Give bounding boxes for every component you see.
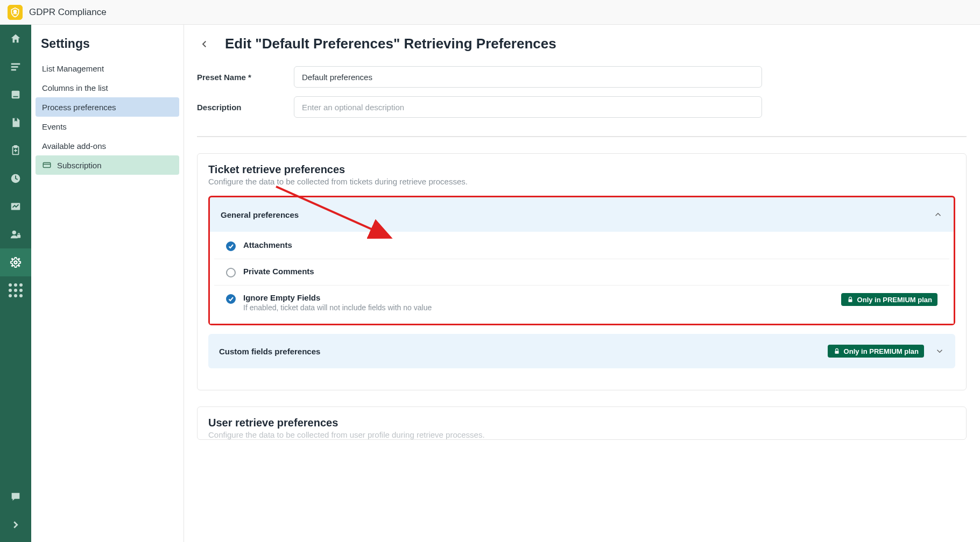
rail-card-icon[interactable] <box>0 81 31 109</box>
sidebar-item-process-preferences[interactable]: Process preferences <box>36 97 179 117</box>
option-label: Attachments <box>243 240 292 249</box>
svg-rect-2 <box>11 66 18 68</box>
svg-rect-7 <box>14 146 17 148</box>
main-content: Edit "Default Preferences" Retrieving Pr… <box>184 25 980 542</box>
checkbox-attachments[interactable] <box>226 241 236 251</box>
premium-badge: Only in PREMIUM plan <box>841 293 937 306</box>
custom-fields-header[interactable]: Custom fields preferences Only in PREMIU… <box>208 334 955 368</box>
rail-gear-icon[interactable] <box>0 248 31 276</box>
lock-icon <box>833 347 841 355</box>
ticket-panel-title: Ticket retrieve preferences <box>208 163 955 176</box>
rail-book-icon[interactable] <box>0 109 31 137</box>
rail-clock-icon[interactable] <box>0 165 31 192</box>
page-title: Edit "Default Preferences" Retrieving Pr… <box>225 35 556 52</box>
sidebar-item-subscription[interactable]: Subscription <box>36 155 179 175</box>
ticket-panel-desc: Configure the data to be collected from … <box>208 177 955 186</box>
premium-label: Only in PREMIUM plan <box>857 296 932 304</box>
svg-rect-4 <box>12 91 20 99</box>
user-retrieve-panel: User retrieve preferences Configure the … <box>197 406 967 440</box>
option-sublabel: If enabled, ticket data will not include… <box>243 303 432 312</box>
lock-icon <box>847 296 854 303</box>
rail-user-lock-icon[interactable] <box>0 220 31 248</box>
rail-clipboard-icon[interactable] <box>0 137 31 165</box>
preset-name-input[interactable] <box>294 66 762 88</box>
svg-rect-3 <box>11 69 16 71</box>
divider <box>197 136 967 137</box>
preset-name-label: Preset Name * <box>197 73 294 82</box>
general-preferences-accordion: General preferences Attachments <box>208 196 955 325</box>
sidebar-item-label: Events <box>42 122 67 131</box>
back-button[interactable] <box>197 37 212 52</box>
sidebar-item-columns[interactable]: Columns in the list <box>36 78 179 97</box>
premium-badge: Only in PREMIUM plan <box>828 345 924 358</box>
rail-list-icon[interactable] <box>0 53 31 81</box>
option-label: Private Comments <box>243 267 314 276</box>
checkbox-ignore-empty[interactable] <box>226 294 236 304</box>
rail-apps-icon[interactable] <box>0 276 31 304</box>
svg-rect-12 <box>43 163 51 168</box>
app-title: GDPR Compliance <box>29 7 107 18</box>
sidebar-item-addons[interactable]: Available add-ons <box>36 136 179 155</box>
svg-rect-15 <box>848 299 852 302</box>
chevron-down-icon <box>935 346 944 356</box>
option-private-comments[interactable]: Private Comments <box>214 259 949 286</box>
rail-collapse-icon[interactable] <box>0 511 31 539</box>
svg-rect-5 <box>13 96 18 97</box>
sidebar-item-events[interactable]: Events <box>36 117 179 136</box>
settings-title: Settings <box>36 31 179 59</box>
general-preferences-header[interactable]: General preferences <box>210 197 954 232</box>
left-rail <box>0 25 31 542</box>
description-label: Description <box>197 103 294 112</box>
settings-sidebar: Settings List Management Columns in the … <box>31 25 184 542</box>
custom-fields-accordion: Custom fields preferences Only in PREMIU… <box>208 334 955 368</box>
option-ignore-empty-fields[interactable]: Ignore Empty Fields If enabled, ticket d… <box>214 286 949 319</box>
credit-card-icon <box>42 160 52 170</box>
option-label: Ignore Empty Fields <box>243 293 432 302</box>
sidebar-item-label: Process preferences <box>42 103 116 112</box>
svg-point-10 <box>12 231 16 234</box>
description-input[interactable] <box>294 96 762 118</box>
chevron-left-icon <box>200 39 209 49</box>
sidebar-item-label: Columns in the list <box>42 83 108 92</box>
sidebar-item-list-management[interactable]: List Management <box>36 59 179 78</box>
rail-home-icon[interactable] <box>0 25 31 53</box>
ticket-retrieve-panel: Ticket retrieve preferences Configure th… <box>197 153 967 390</box>
sidebar-item-label: List Management <box>42 64 104 73</box>
rail-chart-icon[interactable] <box>0 192 31 220</box>
checkbox-private-comments[interactable] <box>226 268 236 277</box>
premium-label: Only in PREMIUM plan <box>844 347 919 355</box>
user-panel-title: User retrieve preferences <box>208 417 955 429</box>
brand-icon <box>8 5 23 20</box>
chevron-up-icon <box>933 210 943 219</box>
topbar: GDPR Compliance <box>0 0 980 25</box>
svg-point-0 <box>14 10 17 12</box>
svg-rect-11 <box>17 235 20 238</box>
svg-rect-1 <box>11 63 20 65</box>
accordion-title: Custom fields preferences <box>219 347 320 356</box>
sidebar-item-label: Subscription <box>57 161 102 170</box>
sidebar-item-label: Available add-ons <box>42 141 106 151</box>
general-preferences-body: Attachments Private Comments <box>210 232 954 324</box>
user-panel-desc: Configure the data to be collected from … <box>208 430 955 439</box>
svg-rect-16 <box>835 351 838 353</box>
rail-chat-icon[interactable] <box>0 483 31 511</box>
accordion-title: General preferences <box>221 210 299 219</box>
option-attachments[interactable]: Attachments <box>214 233 949 259</box>
